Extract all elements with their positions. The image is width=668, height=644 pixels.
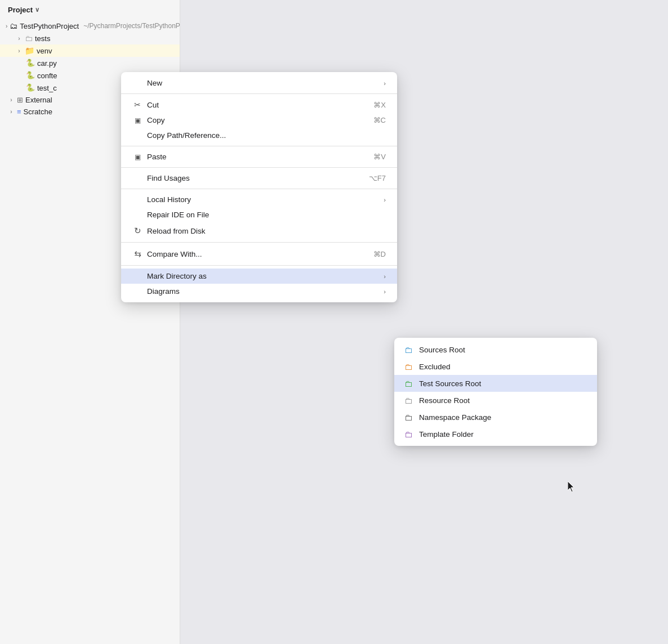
context-menu: New › ✂ Cut ⌘X ▣ Copy ⌘C Copy Path/Refer…: [121, 72, 397, 302]
menu-item-copy[interactable]: ▣ Copy ⌘C: [121, 113, 397, 128]
menu-item-diagrams[interactable]: Diagrams ›: [121, 284, 397, 299]
diagrams-submenu-arrow-icon: ›: [384, 288, 386, 295]
sources-root-folder-icon: 🗀: [403, 345, 413, 354]
menu-diagrams-label: Diagrams: [147, 287, 180, 296]
mark-directory-submenu: 🗀 Sources Root 🗀 Excluded 🗀 Test Sources…: [394, 338, 597, 446]
submenu-item-sources-root[interactable]: 🗀 Sources Root: [394, 341, 597, 358]
tests-label: tests: [35, 34, 50, 43]
copy-icon: ▣: [132, 117, 142, 124]
root-folder-icon: 🗂: [10, 21, 17, 30]
resource-root-folder-icon: 🗀: [403, 396, 413, 405]
menu-new-label: New: [147, 79, 162, 87]
tree-item-venv[interactable]: › 📁 venv: [0, 44, 180, 57]
excluded-folder-icon: 🗀: [403, 362, 413, 371]
menu-reload-label: Reload from Disk: [147, 227, 206, 235]
compare-shortcut: ⌘D: [373, 250, 386, 258]
testc-label: test_c: [37, 84, 57, 92]
new-submenu-arrow-icon: ›: [384, 80, 386, 87]
menu-item-reload[interactable]: ↻ Reload from Disk: [121, 222, 397, 239]
submenu-item-template-folder[interactable]: 🗀 Template Folder: [394, 426, 597, 442]
venv-arrow-icon: ›: [16, 48, 23, 54]
external-label: External: [25, 96, 52, 104]
template-folder-label: Template Folder: [419, 430, 474, 439]
confte-py-icon: 🐍: [26, 71, 35, 80]
tree-item-tests[interactable]: › 🗀 tests: [0, 32, 180, 44]
confte-label: confte: [37, 71, 57, 80]
menu-find-usages-label: Find Usages: [147, 174, 190, 182]
reload-icon: ↻: [132, 226, 142, 236]
separator-3: [121, 167, 397, 168]
separator-2: [121, 146, 397, 146]
menu-item-find-usages[interactable]: Find Usages ⌥F7: [121, 171, 397, 186]
car-label: car.py: [37, 59, 57, 68]
testc-py-icon: 🐍: [26, 83, 35, 92]
menu-local-history-label: Local History: [147, 195, 191, 204]
mark-directory-submenu-arrow-icon: ›: [384, 273, 386, 280]
car-py-icon: 🐍: [26, 59, 35, 68]
menu-item-repair-ide[interactable]: Repair IDE on File: [121, 207, 397, 222]
separator-6: [121, 265, 397, 266]
tests-arrow-icon: ›: [16, 35, 23, 42]
template-folder-folder-icon: 🗀: [403, 430, 413, 439]
separator-1: [121, 93, 397, 94]
menu-item-cut[interactable]: ✂ Cut ⌘X: [121, 97, 397, 113]
submenu-item-resource-root[interactable]: 🗀 Resource Root: [394, 392, 597, 409]
menu-compare-label: Compare With...: [147, 250, 202, 258]
namespace-package-label: Namespace Package: [419, 413, 491, 422]
scratche-arrow-icon: ›: [8, 109, 15, 115]
separator-5: [121, 242, 397, 243]
scratche-icon: ≡: [17, 108, 21, 116]
test-sources-root-folder-icon: 🗀: [403, 379, 413, 388]
menu-cut-label: Cut: [147, 101, 159, 109]
cut-icon: ✂: [132, 100, 142, 109]
resource-root-label: Resource Root: [419, 396, 470, 405]
root-arrow-icon: ›: [6, 23, 7, 29]
submenu-item-excluded[interactable]: 🗀 Excluded: [394, 358, 597, 375]
paste-shortcut: ⌘V: [373, 153, 386, 161]
menu-item-local-history[interactable]: Local History ›: [121, 192, 397, 207]
find-usages-shortcut: ⌥F7: [369, 174, 386, 182]
panel-title-text: Project: [8, 6, 33, 14]
cut-shortcut: ⌘X: [373, 101, 386, 109]
paste-icon: ▣: [132, 153, 142, 161]
menu-copy-label: Copy: [147, 116, 165, 124]
namespace-package-folder-icon: 🗀: [403, 413, 413, 422]
compare-icon: ⇄: [132, 249, 142, 259]
tree-item-car[interactable]: 🐍 car.py: [0, 57, 180, 69]
submenu-item-namespace-package[interactable]: 🗀 Namespace Package: [394, 409, 597, 426]
venv-label: venv: [37, 47, 52, 55]
menu-item-paste[interactable]: ▣ Paste ⌘V: [121, 149, 397, 164]
panel-chevron-icon[interactable]: ∨: [35, 6, 39, 14]
test-sources-root-label: Test Sources Root: [419, 379, 481, 388]
tree-root-item[interactable]: › 🗂 TestPythonProject ~/PycharmProjects/…: [0, 20, 180, 32]
menu-repair-ide-label: Repair IDE on File: [147, 211, 209, 219]
menu-mark-directory-label: Mark Directory as: [147, 272, 207, 280]
external-icon: ⊞: [17, 96, 23, 104]
excluded-label: Excluded: [419, 363, 451, 371]
sources-root-label: Sources Root: [419, 346, 465, 354]
external-arrow-icon: ›: [8, 97, 15, 103]
menu-item-new[interactable]: New ›: [121, 75, 397, 91]
menu-item-compare[interactable]: ⇄ Compare With... ⌘D: [121, 245, 397, 262]
menu-paste-label: Paste: [147, 153, 167, 161]
tests-folder-icon: 🗀: [25, 34, 33, 43]
menu-item-copy-path[interactable]: Copy Path/Reference...: [121, 128, 397, 143]
panel-title[interactable]: Project ∨: [0, 0, 180, 20]
local-history-submenu-arrow-icon: ›: [384, 196, 386, 203]
scratche-label: Scratche: [24, 108, 52, 116]
venv-folder-icon: 📁: [25, 46, 34, 55]
copy-shortcut: ⌘C: [373, 116, 386, 124]
root-label: TestPythonProject: [20, 22, 79, 30]
separator-4: [121, 189, 397, 189]
menu-item-mark-directory[interactable]: Mark Directory as ›: [121, 269, 397, 284]
submenu-item-test-sources-root[interactable]: 🗀 Test Sources Root: [394, 375, 597, 392]
menu-copy-path-label: Copy Path/Reference...: [147, 131, 226, 140]
